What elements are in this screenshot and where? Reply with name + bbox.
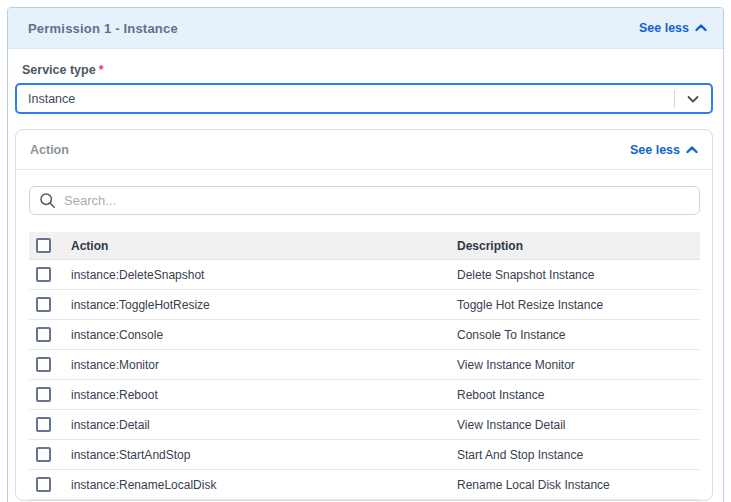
row-description: Start And Stop Instance [457, 448, 700, 462]
row-checkbox[interactable] [36, 357, 51, 372]
row-checkbox[interactable] [36, 447, 51, 462]
actions-table: Action Description instance:DeleteSnapsh… [29, 232, 700, 500]
row-checkbox[interactable] [36, 387, 51, 402]
panel-see-less-button[interactable]: See less [639, 21, 707, 35]
row-action-name: instance:Reboot [71, 388, 457, 402]
column-header-description: Description [457, 239, 700, 253]
chevron-down-icon[interactable] [675, 95, 711, 103]
chevron-up-icon [686, 146, 698, 154]
chevron-up-icon [695, 24, 707, 32]
row-description: Delete Snapshot Instance [457, 268, 700, 282]
row-checkbox[interactable] [36, 417, 51, 432]
search-icon [39, 192, 56, 209]
service-type-label: Service type* [22, 63, 713, 77]
row-description: Toggle Hot Resize Instance [457, 298, 700, 312]
table-row[interactable]: instance:Detail View Instance Detail [29, 410, 700, 440]
row-action-name: instance:Console [71, 328, 457, 342]
required-asterisk: * [99, 63, 104, 77]
permission-panel-header: Permission 1 - Instance See less [8, 8, 723, 49]
row-description: Console To Instance [457, 328, 700, 342]
action-section-header: Action See less [16, 130, 712, 170]
row-action-name: instance:Monitor [71, 358, 457, 372]
table-row[interactable]: instance:DeleteSnapshot Delete Snapshot … [29, 260, 700, 290]
row-action-name: instance:StartAndStop [71, 448, 457, 462]
select-all-checkbox[interactable] [36, 238, 51, 253]
table-row[interactable]: instance:RenameLocalDisk Rename Local Di… [29, 470, 700, 500]
row-checkbox[interactable] [36, 297, 51, 312]
row-description: View Instance Monitor [457, 358, 700, 372]
table-header-row: Action Description [29, 232, 700, 260]
service-type-select[interactable]: Instance [15, 83, 713, 114]
table-row[interactable]: instance:StartAndStop Start And Stop Ins… [29, 440, 700, 470]
row-checkbox[interactable] [36, 327, 51, 342]
row-checkbox[interactable] [36, 267, 51, 282]
action-search [29, 186, 700, 215]
see-less-label: See less [639, 21, 689, 35]
row-description: Rename Local Disk Instance [457, 478, 700, 492]
see-less-label: See less [630, 143, 680, 157]
action-see-less-button[interactable]: See less [630, 143, 698, 157]
row-description: Reboot Instance [457, 388, 700, 402]
table-row[interactable]: instance:Reboot Reboot Instance [29, 380, 700, 410]
table-row[interactable]: instance:Monitor View Instance Monitor [29, 350, 700, 380]
permission-panel: Permission 1 - Instance See less Service… [7, 7, 724, 502]
row-checkbox[interactable] [36, 477, 51, 492]
row-description: View Instance Detail [457, 418, 700, 432]
row-action-name: instance:Detail [71, 418, 457, 432]
action-section-title: Action [30, 143, 69, 157]
table-row[interactable]: instance:Console Console To Instance [29, 320, 700, 350]
row-action-name: instance:RenameLocalDisk [71, 478, 457, 492]
table-row[interactable]: instance:ToggleHotResize Toggle Hot Resi… [29, 290, 700, 320]
column-header-action: Action [71, 239, 457, 253]
action-section: Action See less [15, 129, 713, 501]
panel-content: Service type* Instance Action See less [8, 49, 723, 501]
row-action-name: instance:ToggleHotResize [71, 298, 457, 312]
search-input[interactable] [64, 193, 690, 208]
table-body: instance:DeleteSnapshot Delete Snapshot … [29, 260, 700, 500]
row-action-name: instance:DeleteSnapshot [71, 268, 457, 282]
panel-title: Permission 1 - Instance [28, 21, 178, 36]
service-type-value: Instance [17, 92, 674, 106]
